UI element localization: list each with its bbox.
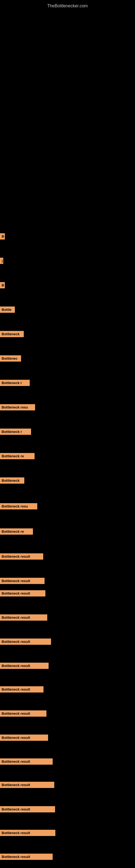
- bottleneck-result-bar: Bottleneck result: [0, 590, 45, 596]
- bottleneck-result-bar: Bottleneck: [0, 331, 24, 337]
- bottleneck-result-bar: Bottleneck result: [0, 710, 46, 717]
- bottleneck-result-bar: Bottleneck: [0, 477, 24, 484]
- bottleneck-result-bar: Bottleneck result: [0, 553, 43, 560]
- site-title: TheBottlenecker.com: [0, 1, 135, 10]
- bottleneck-result-bar: Bottleneck result: [0, 782, 54, 788]
- bottleneck-result-bar: Bottleneck result: [0, 854, 53, 860]
- bottleneck-result-bar: Bottleneck re: [0, 453, 35, 459]
- bottleneck-result-bar: Bottleneck result: [0, 758, 53, 765]
- bottleneck-result-bar: Bottleneck r: [0, 380, 30, 386]
- bottleneck-result-bar: Bottle: [0, 307, 15, 313]
- bottleneck-result-bar: Bottleneck resu: [0, 503, 37, 509]
- bottleneck-result-bar: Bottleneck result: [0, 686, 43, 692]
- bottleneck-result-bar: Bottleneck result: [0, 614, 47, 621]
- bottleneck-result-bar: Bottleneck result: [0, 639, 51, 645]
- bottleneck-result-bar: Bottleneck re: [0, 528, 33, 535]
- bottleneck-result-bar: Bottlenec: [0, 355, 21, 362]
- bottleneck-result-bar: Bottleneck result: [0, 663, 49, 669]
- bottleneck-result-bar: Bottleneck resu: [0, 404, 35, 410]
- bottleneck-result-bar: Bottleneck result: [0, 806, 55, 812]
- bottleneck-result-bar: Bottleneck result: [0, 735, 48, 741]
- bottleneck-result-bar: Bottleneck r: [0, 429, 31, 435]
- bottleneck-result-bar: Bottleneck result: [0, 830, 55, 836]
- bottleneck-result-bar: B: [0, 233, 5, 240]
- bottleneck-result-bar: |: [0, 258, 3, 264]
- bottleneck-result-bar: Bottleneck result: [0, 578, 45, 584]
- bottleneck-result-bar: B: [0, 282, 5, 288]
